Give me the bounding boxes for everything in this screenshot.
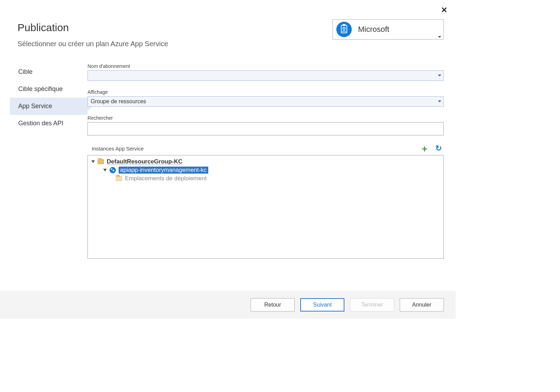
svg-rect-1 — [343, 24, 345, 26]
finish-button: Terminer — [350, 298, 394, 312]
svg-point-2 — [343, 27, 345, 29]
refresh-icon[interactable]: ↻ — [435, 144, 442, 153]
folder-icon — [98, 159, 104, 164]
subscription-value — [88, 72, 91, 78]
subscription-dropdown[interactable] — [88, 70, 444, 81]
search-input[interactable] — [88, 122, 443, 135]
svg-rect-0 — [341, 25, 347, 33]
add-icon[interactable]: ＋ — [420, 144, 429, 153]
chevron-down-icon — [438, 100, 441, 102]
back-button[interactable]: Retour — [251, 298, 295, 312]
instances-title: Instances App Service — [88, 146, 144, 152]
sidebar-item-specific-target[interactable]: Cible spécifique — [10, 80, 88, 98]
sidebar-item-target[interactable]: Cible — [10, 63, 88, 80]
tree-row-app[interactable]: apiapp-inventorymanagement-kc — [89, 166, 442, 174]
close-icon[interactable]: ✕ — [441, 6, 447, 15]
slots-label: Emplacements de déploiement — [125, 175, 206, 182]
folder-icon — [116, 176, 122, 181]
wizard-sidebar: Cible Cible spécifique App Service Gesti… — [10, 63, 88, 259]
sidebar-item-api-management[interactable]: Gestion des API — [10, 115, 88, 132]
dialog-footer: Retour Suivant Terminer Annuler — [0, 291, 456, 319]
app-service-tree[interactable]: DefaultResourceGroup-KC apiapp-inventory… — [88, 155, 444, 259]
view-label: Affichage — [88, 89, 444, 95]
view-value: Groupe de ressources — [88, 98, 146, 104]
selected-app-name: apiapp-inventorymanagement-kc — [119, 167, 208, 174]
search-input-wrapper — [88, 122, 444, 135]
resource-group-name: DefaultResourceGroup-KC — [107, 158, 182, 165]
search-label: Rechercher — [88, 115, 444, 121]
account-label: Microsoft — [358, 25, 389, 34]
next-button[interactable]: Suivant — [300, 298, 344, 312]
page-subtitle: Sélectionner ou créer un plan Azure App … — [18, 40, 438, 48]
view-dropdown[interactable]: Groupe de ressources — [88, 96, 444, 107]
expander-icon[interactable] — [103, 169, 107, 172]
tree-row-resource-group[interactable]: DefaultResourceGroup-KC — [89, 158, 442, 166]
webapp-icon — [110, 167, 116, 173]
cancel-button[interactable]: Annuler — [400, 298, 444, 312]
chevron-down-icon — [438, 36, 441, 38]
expander-icon[interactable] — [91, 160, 95, 163]
subscription-label: Nom d'abonnement — [88, 63, 444, 69]
chevron-down-icon — [438, 75, 441, 76]
tree-row-slots[interactable]: Emplacements de déploiement — [89, 174, 442, 183]
account-selector[interactable]: Microsoft — [332, 19, 444, 40]
sidebar-item-app-service[interactable]: App Service — [10, 98, 88, 115]
account-badge-icon — [336, 22, 352, 37]
